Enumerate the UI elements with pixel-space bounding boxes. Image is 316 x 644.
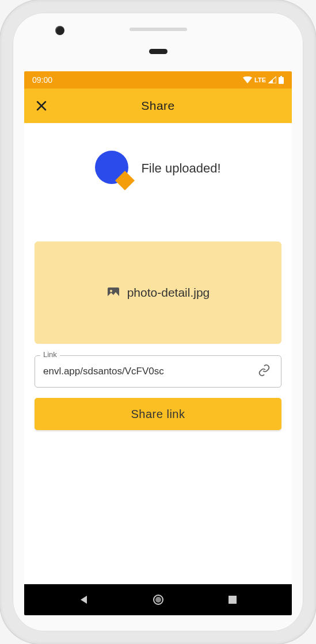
svg-rect-6	[229, 596, 237, 604]
nav-home-button[interactable]	[153, 594, 164, 605]
phone-speaker	[130, 28, 187, 31]
screen: 09:00 LTE Share	[24, 71, 292, 615]
square-recent-icon	[228, 595, 237, 604]
content: File uploaded! photo-detail.jpg Link	[24, 123, 292, 430]
nav-back-button[interactable]	[79, 595, 89, 605]
phone-inner: 09:00 LTE Share	[13, 13, 303, 631]
svg-point-3	[110, 290, 112, 292]
app-bar: Share	[24, 89, 292, 123]
svg-rect-1	[279, 77, 284, 84]
copy-link-button[interactable]	[256, 362, 273, 381]
svg-rect-0	[280, 76, 282, 77]
android-nav-bar	[24, 584, 292, 615]
upload-status-text: File uploaded!	[141, 161, 220, 176]
link-field: Link	[35, 355, 281, 388]
link-field-label: Link	[40, 350, 60, 359]
status-bar: 09:00 LTE	[24, 71, 292, 89]
image-icon	[106, 286, 120, 300]
phone-sensor	[149, 49, 167, 54]
upload-success-icon	[95, 151, 131, 186]
nav-recent-button[interactable]	[228, 595, 237, 604]
phone-frame: 09:00 LTE Share	[0, 0, 316, 644]
file-name: photo-detail.jpg	[127, 286, 210, 300]
upload-status: File uploaded!	[24, 123, 292, 221]
network-label: LTE	[254, 76, 266, 83]
file-card: photo-detail.jpg	[35, 241, 281, 344]
share-link-button[interactable]: Share link	[35, 398, 281, 430]
phone-camera	[55, 26, 64, 35]
link-icon	[258, 364, 271, 377]
link-input[interactable]	[43, 366, 251, 377]
status-icons: LTE	[243, 76, 284, 84]
close-icon	[36, 101, 47, 111]
status-time: 09:00	[32, 75, 52, 85]
signal-icon	[268, 76, 276, 83]
link-input-wrap	[35, 355, 281, 388]
wifi-icon	[243, 76, 252, 83]
close-button[interactable]	[35, 99, 48, 113]
app-bar-title: Share	[24, 99, 292, 113]
battery-icon	[279, 76, 284, 84]
svg-point-5	[155, 597, 161, 603]
triangle-back-icon	[79, 595, 89, 605]
circle-home-icon	[153, 594, 164, 605]
